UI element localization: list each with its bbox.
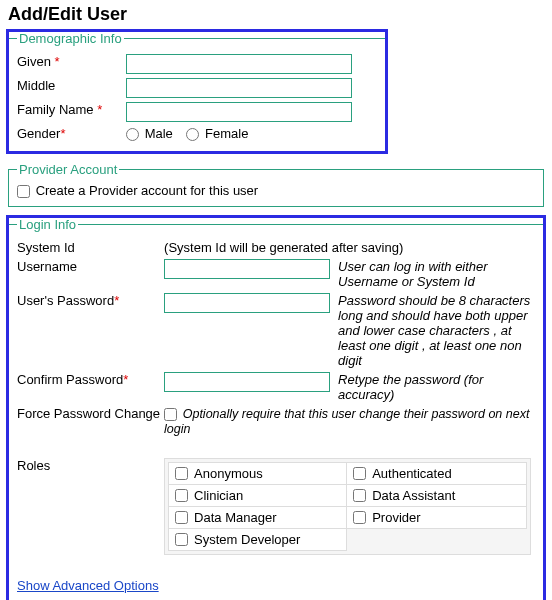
given-label: Given xyxy=(17,54,51,69)
role-checkbox[interactable] xyxy=(353,467,366,480)
force-checkbox[interactable] xyxy=(164,408,177,421)
roles-label: Roles xyxy=(17,456,164,560)
role-checkbox[interactable] xyxy=(175,489,188,502)
role-label: Authenticated xyxy=(372,466,452,481)
middle-input[interactable] xyxy=(126,78,352,98)
role-option[interactable]: Data Assistant xyxy=(353,488,520,503)
provider-create-label: Create a Provider account for this user xyxy=(36,183,259,198)
force-label: Force Password Change xyxy=(17,404,164,438)
role-label: Clinician xyxy=(194,488,243,503)
system-id-hint: (System Id will be generated after savin… xyxy=(164,238,535,257)
gender-female-radio[interactable] xyxy=(186,128,199,141)
login-fieldset: Login Info System Id (System Id will be … xyxy=(8,217,544,600)
given-input[interactable] xyxy=(126,54,352,74)
role-label: Data Assistant xyxy=(372,488,455,503)
gender-male-option[interactable]: Male xyxy=(126,126,176,141)
family-label: Family Name xyxy=(17,102,94,117)
role-checkbox[interactable] xyxy=(353,511,366,524)
required-marker: * xyxy=(97,102,102,117)
role-cell: Data Manager xyxy=(169,507,347,529)
gender-male-label: Male xyxy=(145,126,173,141)
roles-box: AnonymousAuthenticatedClinicianData Assi… xyxy=(164,458,531,555)
login-legend: Login Info xyxy=(17,217,78,232)
confirm-input[interactable] xyxy=(164,372,330,392)
password-input[interactable] xyxy=(164,293,330,313)
demographic-legend: Demographic Info xyxy=(17,31,124,46)
role-option[interactable]: Authenticated xyxy=(353,466,520,481)
role-label: System Developer xyxy=(194,532,300,547)
gender-male-radio[interactable] xyxy=(126,128,139,141)
role-cell: Data Assistant xyxy=(347,485,527,507)
required-marker: * xyxy=(123,372,128,387)
family-input[interactable] xyxy=(126,102,352,122)
role-checkbox[interactable] xyxy=(175,467,188,480)
role-checkbox[interactable] xyxy=(175,511,188,524)
password-hint: Password should be 8 characters long and… xyxy=(338,291,535,370)
role-cell: Clinician xyxy=(169,485,347,507)
required-marker: * xyxy=(114,293,119,308)
username-hint: User can log in with either Username or … xyxy=(338,257,535,291)
username-input[interactable] xyxy=(164,259,330,279)
confirm-hint: Retype the password (for accuracy) xyxy=(338,370,535,404)
provider-legend: Provider Account xyxy=(17,162,119,177)
role-checkbox[interactable] xyxy=(353,489,366,502)
provider-create-option[interactable]: Create a Provider account for this user xyxy=(17,183,258,198)
required-marker: * xyxy=(60,126,65,141)
role-cell: Provider xyxy=(347,507,527,529)
role-label: Data Manager xyxy=(194,510,276,525)
role-option[interactable]: Provider xyxy=(353,510,520,525)
show-advanced-link[interactable]: Show Advanced Options xyxy=(17,578,159,593)
role-label: Provider xyxy=(372,510,420,525)
gender-female-option[interactable]: Female xyxy=(186,126,248,141)
role-option[interactable]: Data Manager xyxy=(175,510,340,525)
role-checkbox[interactable] xyxy=(175,533,188,546)
page-title: Add/Edit User xyxy=(8,4,544,25)
system-id-label: System Id xyxy=(17,238,164,257)
role-cell: System Developer xyxy=(169,529,347,551)
required-marker: * xyxy=(55,54,60,69)
demographic-fieldset: Demographic Info Given * Middle Family N… xyxy=(8,31,386,152)
confirm-label: Confirm Password xyxy=(17,372,123,387)
gender-label: Gender xyxy=(17,126,60,141)
force-option[interactable]: Optionally require that this user change… xyxy=(164,406,529,436)
password-label: User's Password xyxy=(17,293,114,308)
gender-female-label: Female xyxy=(205,126,248,141)
role-option[interactable]: Clinician xyxy=(175,488,340,503)
role-option[interactable]: System Developer xyxy=(175,532,340,547)
provider-create-checkbox[interactable] xyxy=(17,185,30,198)
force-hint: Optionally require that this user change… xyxy=(164,407,529,436)
role-cell: Anonymous xyxy=(169,463,347,485)
username-label: Username xyxy=(17,257,164,291)
middle-label: Middle xyxy=(17,76,126,100)
role-option[interactable]: Anonymous xyxy=(175,466,340,481)
role-label: Anonymous xyxy=(194,466,263,481)
role-cell xyxy=(347,529,527,551)
role-cell: Authenticated xyxy=(347,463,527,485)
provider-fieldset: Provider Account Create a Provider accou… xyxy=(8,162,544,207)
